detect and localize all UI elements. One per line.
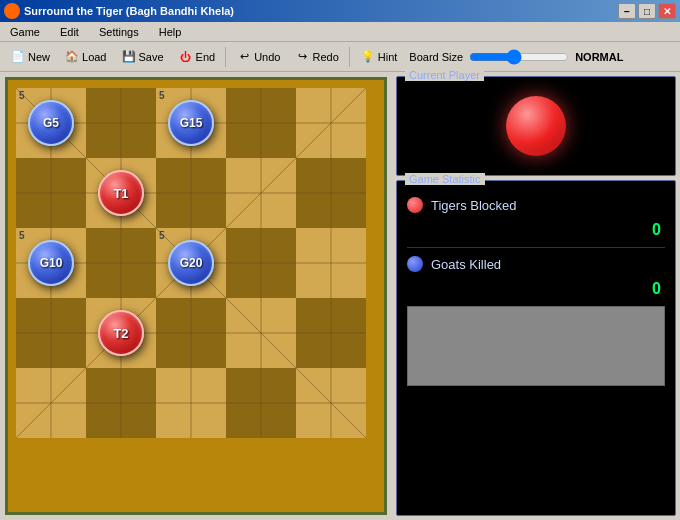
title-buttons: − □ ✕ xyxy=(618,3,676,19)
hint-label: Hint xyxy=(378,51,398,63)
goats-killed-icon xyxy=(407,256,423,272)
piece-G10[interactable]: G10 xyxy=(28,240,74,286)
board-cell-0-2[interactable]: 5G15 xyxy=(156,88,226,158)
board-cell-1-4[interactable] xyxy=(296,158,366,228)
separator-1 xyxy=(225,47,226,67)
board-size-slider[interactable] xyxy=(469,49,569,65)
new-icon: 📄 xyxy=(10,49,26,65)
redo-label: Redo xyxy=(312,51,338,63)
menu-bar: Game Edit Settings Help xyxy=(0,22,680,42)
cell-num-0-0: 5 xyxy=(19,90,25,101)
stat-divider xyxy=(407,247,665,248)
tigers-blocked-icon xyxy=(407,197,423,213)
hint-button[interactable]: 💡 Hint xyxy=(354,45,404,69)
end-label: End xyxy=(196,51,216,63)
board-cell-1-3[interactable] xyxy=(226,158,296,228)
board-cell-4-0[interactable] xyxy=(16,368,86,438)
tigers-blocked-value: 0 xyxy=(652,221,661,238)
undo-icon: ↩ xyxy=(236,49,252,65)
save-icon: 💾 xyxy=(121,49,137,65)
current-player-content xyxy=(397,77,675,175)
separator-2 xyxy=(349,47,350,67)
main-content: 5G55G15T15G105G20T2 Current Player Game … xyxy=(0,72,680,520)
redo-icon: ↪ xyxy=(294,49,310,65)
window-title: Surround the Tiger (Bagh Bandhi Khela) xyxy=(24,5,234,17)
hint-icon: 💡 xyxy=(360,49,376,65)
board-cell-0-3[interactable] xyxy=(226,88,296,158)
board-cell-3-0[interactable] xyxy=(16,298,86,368)
current-player-box: Current Player xyxy=(396,76,676,176)
goats-killed-value: 0 xyxy=(652,280,661,297)
menu-help[interactable]: Help xyxy=(153,25,188,39)
game-stats-box: Game Statistic Tigers Blocked 0 Goats Ki… xyxy=(396,180,676,516)
piece-T2[interactable]: T2 xyxy=(98,310,144,356)
board-cell-3-3[interactable] xyxy=(226,298,296,368)
board-cell-4-4[interactable] xyxy=(296,368,366,438)
save-button[interactable]: 💾 Save xyxy=(115,45,170,69)
board-cell-2-0[interactable]: 5G10 xyxy=(16,228,86,298)
toolbar: 📄 New 🏠 Load 💾 Save ⏻ End ↩ Undo ↪ Redo … xyxy=(0,42,680,72)
menu-game[interactable]: Game xyxy=(4,25,46,39)
board-grid: 5G55G15T15G105G20T2 xyxy=(16,88,366,438)
board-cell-1-0[interactable] xyxy=(16,158,86,228)
log-box xyxy=(407,306,665,386)
game-stats-label: Game Statistic xyxy=(405,173,485,185)
undo-label: Undo xyxy=(254,51,280,63)
cell-num-2-0: 5 xyxy=(19,230,25,241)
tigers-blocked-value-container: 0 xyxy=(407,221,665,239)
undo-button[interactable]: ↩ Undo xyxy=(230,45,286,69)
menu-edit[interactable]: Edit xyxy=(54,25,85,39)
right-panel: Current Player Game Statistic Tigers Blo… xyxy=(392,72,680,520)
goats-killed-row: Goats Killed xyxy=(407,256,665,272)
board-cell-1-1[interactable]: T1 xyxy=(86,158,156,228)
piece-G20[interactable]: G20 xyxy=(168,240,214,286)
new-button[interactable]: 📄 New xyxy=(4,45,56,69)
goats-killed-label: Goats Killed xyxy=(431,257,665,272)
board-cell-0-1[interactable] xyxy=(86,88,156,158)
save-label: Save xyxy=(139,51,164,63)
board-size-label: Board Size xyxy=(409,51,463,63)
board-cell-0-4[interactable] xyxy=(296,88,366,158)
board-container: 5G55G15T15G105G20T2 xyxy=(5,77,387,515)
title-bar: Surround the Tiger (Bagh Bandhi Khela) −… xyxy=(0,0,680,22)
menu-settings[interactable]: Settings xyxy=(93,25,145,39)
redo-button[interactable]: ↪ Redo xyxy=(288,45,344,69)
board-cell-4-3[interactable] xyxy=(226,368,296,438)
cell-num-2-2: 5 xyxy=(159,230,165,241)
end-icon: ⏻ xyxy=(178,49,194,65)
current-player-orb xyxy=(506,96,566,156)
board-cell-2-2[interactable]: 5G20 xyxy=(156,228,226,298)
cell-num-0-2: 5 xyxy=(159,90,165,101)
board-cell-3-1[interactable]: T2 xyxy=(86,298,156,368)
board-cell-3-2[interactable] xyxy=(156,298,226,368)
board-cell-2-3[interactable] xyxy=(226,228,296,298)
piece-G15[interactable]: G15 xyxy=(168,100,214,146)
board-cell-4-2[interactable] xyxy=(156,368,226,438)
board-size-normal: NORMAL xyxy=(575,51,623,63)
load-label: Load xyxy=(82,51,106,63)
new-label: New xyxy=(28,51,50,63)
goats-killed-value-container: 0 xyxy=(407,280,665,298)
piece-T1[interactable]: T1 xyxy=(98,170,144,216)
load-button[interactable]: 🏠 Load xyxy=(58,45,112,69)
board-cell-4-1[interactable] xyxy=(86,368,156,438)
tigers-blocked-row: Tigers Blocked xyxy=(407,197,665,213)
load-icon: 🏠 xyxy=(64,49,80,65)
piece-G5[interactable]: G5 xyxy=(28,100,74,146)
tigers-blocked-label: Tigers Blocked xyxy=(431,198,665,213)
board-cell-2-4[interactable] xyxy=(296,228,366,298)
maximize-button[interactable]: □ xyxy=(638,3,656,19)
close-button[interactable]: ✕ xyxy=(658,3,676,19)
board-cell-3-4[interactable] xyxy=(296,298,366,368)
title-left: Surround the Tiger (Bagh Bandhi Khela) xyxy=(4,3,234,19)
board-cell-1-2[interactable] xyxy=(156,158,226,228)
app-icon xyxy=(4,3,20,19)
end-button[interactable]: ⏻ End xyxy=(172,45,222,69)
board-cell-0-0[interactable]: 5G5 xyxy=(16,88,86,158)
minimize-button[interactable]: − xyxy=(618,3,636,19)
board-cell-2-1[interactable] xyxy=(86,228,156,298)
current-player-label: Current Player xyxy=(405,69,484,81)
